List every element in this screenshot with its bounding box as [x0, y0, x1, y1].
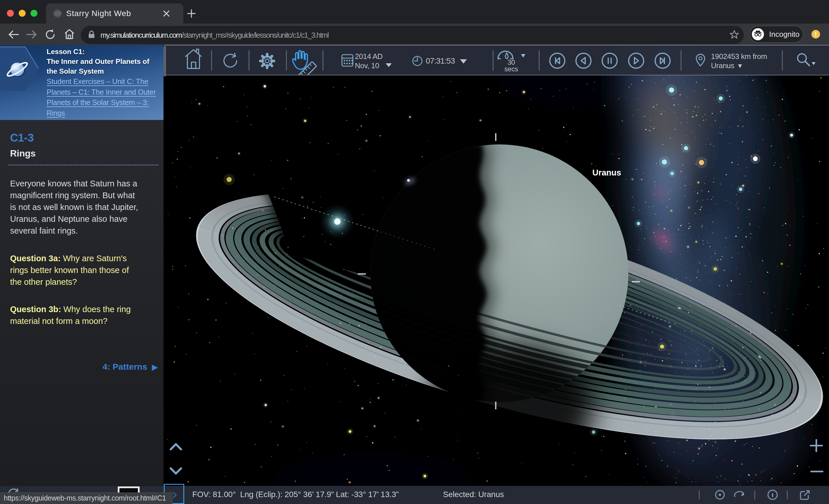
svg-text:Uranus: Uranus — [592, 168, 621, 177]
